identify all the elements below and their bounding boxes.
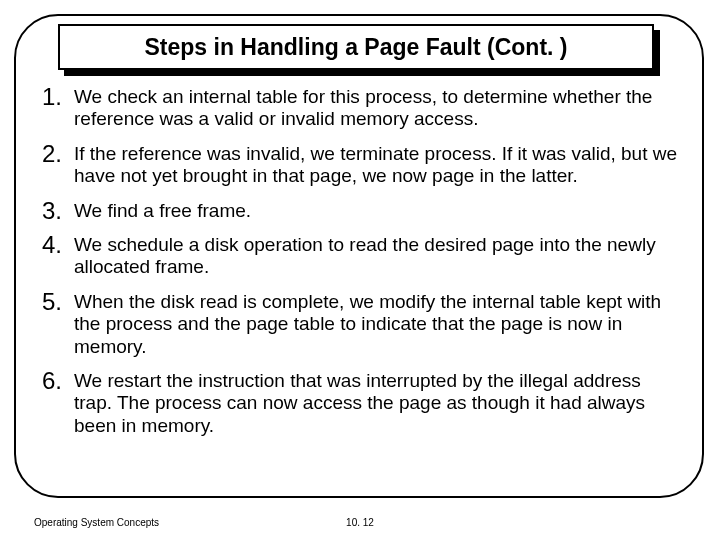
list-item: We find a free frame. [42, 200, 682, 222]
list-item: We check an internal table for this proc… [42, 86, 682, 131]
steps-list: We check an internal table for this proc… [42, 86, 682, 437]
list-item: We restart the instruction that was inte… [42, 370, 682, 437]
list-item: We schedule a disk operation to read the… [42, 234, 682, 279]
title-box: Steps in Handling a Page Fault (Cont. ) [58, 24, 654, 70]
slide-body: We check an internal table for this proc… [42, 86, 682, 449]
list-item: If the reference was invalid, we termina… [42, 143, 682, 188]
slide-title: Steps in Handling a Page Fault (Cont. ) [145, 34, 568, 61]
list-item: When the disk read is complete, we modif… [42, 291, 682, 358]
footer-center: 10. 12 [0, 517, 720, 528]
